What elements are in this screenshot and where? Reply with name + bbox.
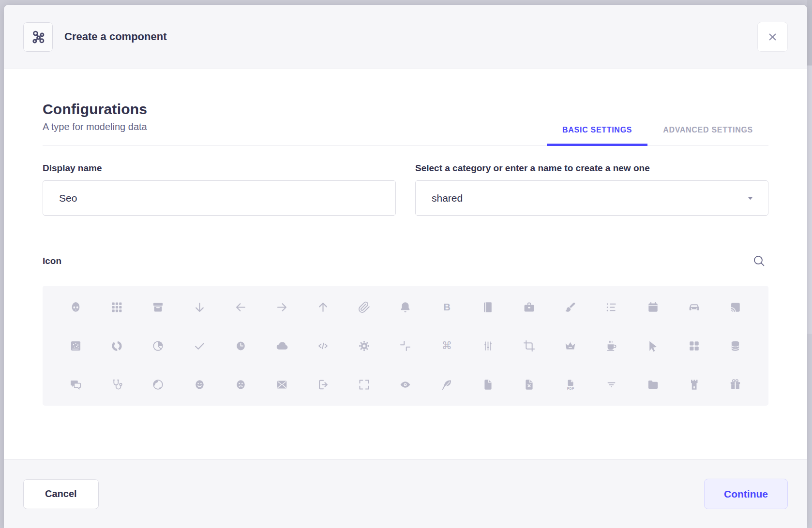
chevron-down-icon xyxy=(744,192,756,204)
section-intro-row: Configurations A type for modeling data … xyxy=(43,101,768,146)
tab-advanced-settings[interactable]: ADVANCED SETTINGS xyxy=(647,126,768,145)
emotion-unhappy-icon[interactable] xyxy=(220,365,261,404)
icon-search-button[interactable] xyxy=(750,251,768,270)
section-titles: Configurations A type for modeling data xyxy=(43,101,147,145)
icon-grid: B⌘PDF xyxy=(43,286,768,406)
cancel-button[interactable]: Cancel xyxy=(23,479,99,509)
file-icon[interactable] xyxy=(467,365,509,404)
cloud-icon[interactable] xyxy=(261,326,302,365)
page-title: Configurations xyxy=(43,101,147,117)
category-field: Select a category or enter a name to cre… xyxy=(415,163,768,216)
bold-icon[interactable]: B xyxy=(426,288,467,326)
code-icon[interactable] xyxy=(302,326,344,365)
icon-picker-header: Icon xyxy=(43,251,768,270)
attachment-icon[interactable] xyxy=(344,288,385,326)
cursor-icon[interactable] xyxy=(632,326,673,365)
display-name-input[interactable] xyxy=(43,180,396,216)
modal-header: Create a component xyxy=(4,5,807,69)
svg-text:B: B xyxy=(443,302,451,312)
modal-title: Create a component xyxy=(64,30,167,43)
modal-body: Configurations A type for modeling data … xyxy=(4,69,807,459)
gift-icon[interactable] xyxy=(715,365,756,404)
modal-footer: Cancel Continue xyxy=(4,459,807,528)
arrow-up-icon[interactable] xyxy=(302,288,344,326)
category-label: Select a category or enter a name to cre… xyxy=(415,163,768,174)
page-scrollbar-strip[interactable] xyxy=(807,0,812,528)
doctor-icon[interactable] xyxy=(96,365,137,404)
icon-picker-section: Icon B⌘PDF xyxy=(43,251,768,406)
exit-icon[interactable] xyxy=(302,365,344,404)
car-icon[interactable] xyxy=(674,288,715,326)
file-pdf-icon[interactable]: PDF xyxy=(550,365,591,404)
alien-icon[interactable] xyxy=(55,288,96,326)
crown-icon[interactable] xyxy=(550,326,591,365)
clock-icon[interactable] xyxy=(220,326,261,365)
crop-icon[interactable] xyxy=(509,326,550,365)
display-name-field: Display name xyxy=(43,163,396,216)
brush-icon[interactable] xyxy=(550,288,591,326)
emotion-happy-icon[interactable] xyxy=(179,365,220,404)
component-icon xyxy=(23,22,53,52)
svg-text:⌘: ⌘ xyxy=(441,339,451,352)
close-button[interactable] xyxy=(757,22,788,52)
close-icon xyxy=(766,30,779,44)
arrow-down-icon[interactable] xyxy=(179,288,220,326)
category-select-value: shared xyxy=(432,192,463,204)
apps-icon[interactable] xyxy=(96,288,137,326)
bell-icon[interactable] xyxy=(385,288,426,326)
icon-picker-label: Icon xyxy=(43,256,61,266)
file-error-icon[interactable] xyxy=(509,365,550,404)
svg-text:PDF: PDF xyxy=(567,386,574,391)
database-icon[interactable] xyxy=(715,326,756,365)
arrow-left-icon[interactable] xyxy=(220,288,261,326)
envelope-icon[interactable] xyxy=(261,365,302,404)
page-subtitle: A type for modeling data xyxy=(43,121,147,132)
chart-bubble-icon[interactable] xyxy=(55,326,96,365)
discuss-icon[interactable] xyxy=(55,365,96,404)
eye-icon[interactable] xyxy=(385,365,426,404)
cast-icon[interactable] xyxy=(715,288,756,326)
category-select[interactable]: shared xyxy=(415,180,768,216)
bullet-list-icon[interactable] xyxy=(591,288,632,326)
cog-icon[interactable] xyxy=(344,326,385,365)
archive-icon[interactable] xyxy=(137,288,179,326)
collapse-icon[interactable] xyxy=(385,326,426,365)
chart-circle-icon[interactable] xyxy=(96,326,137,365)
calendar-icon[interactable] xyxy=(632,288,673,326)
filter-icon[interactable] xyxy=(591,365,632,404)
connector-icon[interactable] xyxy=(467,326,509,365)
book-icon[interactable] xyxy=(467,288,509,326)
briefcase-icon[interactable] xyxy=(509,288,550,326)
chart-pie-icon[interactable] xyxy=(137,326,179,365)
magnifying-glass-icon xyxy=(752,253,767,268)
folder-icon[interactable] xyxy=(632,365,673,404)
command-icon[interactable]: ⌘ xyxy=(426,326,467,365)
continue-button[interactable]: Continue xyxy=(704,479,788,509)
feather-icon[interactable] xyxy=(426,365,467,404)
dashboard-icon[interactable] xyxy=(674,326,715,365)
create-component-modal: Create a component Configurations A type… xyxy=(4,5,807,528)
earth-icon[interactable] xyxy=(137,365,179,404)
check-icon[interactable] xyxy=(179,326,220,365)
form-fields-row: Display name Select a category or enter … xyxy=(43,163,768,216)
cup-icon[interactable] xyxy=(591,326,632,365)
expand-icon[interactable] xyxy=(344,365,385,404)
tab-basic-settings[interactable]: BASIC SETTINGS xyxy=(547,126,647,145)
gate-icon[interactable] xyxy=(674,365,715,404)
display-name-label: Display name xyxy=(43,163,396,174)
settings-tabs: BASIC SETTINGS ADVANCED SETTINGS xyxy=(547,126,768,145)
arrow-right-icon[interactable] xyxy=(261,288,302,326)
